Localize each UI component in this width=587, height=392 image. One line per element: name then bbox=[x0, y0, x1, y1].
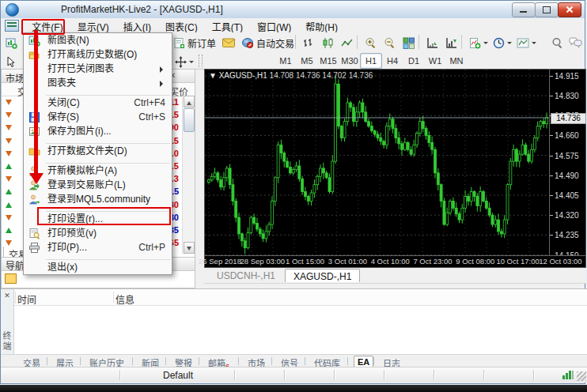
chat-button[interactable] bbox=[566, 34, 585, 51]
bar-chart-mode-button[interactable] bbox=[300, 34, 319, 51]
price-down-icon bbox=[6, 138, 12, 144]
menu-separator bbox=[46, 158, 170, 164]
file-menu-item-profiles[interactable]: 图表夹 bbox=[24, 76, 172, 90]
zoom-out-button[interactable] bbox=[381, 34, 400, 51]
file-menu-item-open-deleted[interactable]: 打开已关闭图表 bbox=[24, 62, 172, 76]
resize-grip[interactable] bbox=[577, 371, 586, 381]
timeframe-h1[interactable]: H1 bbox=[360, 53, 382, 69]
time-tick-label: 9 Oct 08:00 bbox=[456, 257, 494, 266]
timeframe-m30[interactable]: M30 bbox=[339, 53, 361, 69]
timeframe-m1[interactable]: M1 bbox=[275, 53, 297, 69]
title-bar[interactable]: ProfitMarketHK-Live2 - [XAGUSD-,H1] bbox=[1, 1, 585, 19]
status-profile[interactable]: Default bbox=[163, 370, 193, 381]
periods-button[interactable] bbox=[490, 34, 515, 51]
menu-item-label: 图表夹 bbox=[47, 77, 76, 89]
file-menu-item-open-account[interactable]: 开新模拟帐户(A) bbox=[24, 164, 172, 178]
new-order-button[interactable]: 新订单 bbox=[170, 34, 219, 51]
chevron-down-icon[interactable] bbox=[507, 42, 512, 47]
envelope-icon bbox=[222, 38, 236, 48]
indicators-button[interactable] bbox=[466, 34, 491, 51]
chevron-down-icon[interactable] bbox=[483, 42, 488, 47]
timeframe-mn[interactable]: MN bbox=[445, 53, 468, 69]
terminal-table-header: 时间信息 bbox=[14, 291, 587, 306]
new-chart-button[interactable] bbox=[2, 34, 21, 51]
arrange1-icon bbox=[426, 37, 439, 49]
auto-trading-button[interactable]: 自动交易 bbox=[238, 34, 297, 51]
chart-tab-usdcnhh1[interactable]: USDCNH-,H1 bbox=[209, 269, 283, 282]
chart-tab-xagusdh1[interactable]: XAGUSD-,H1 bbox=[285, 269, 360, 282]
scroll-up-button[interactable] bbox=[184, 96, 195, 107]
tab-separator bbox=[165, 357, 166, 365]
column-divider[interactable] bbox=[113, 292, 114, 303]
close-button[interactable] bbox=[558, 2, 581, 17]
indicators-icon bbox=[469, 37, 481, 49]
line-icon bbox=[341, 37, 354, 49]
tab-separator bbox=[347, 357, 348, 365]
file-menu-item-open-offline[interactable]: 打开离线历史数据(O) bbox=[24, 47, 172, 62]
terminal-column-time[interactable]: 时间 bbox=[17, 292, 36, 306]
timeframe-h4[interactable]: H4 bbox=[381, 53, 403, 69]
toolbar-drag-handle[interactable] bbox=[199, 55, 203, 67]
line-chart-mode-button[interactable] bbox=[338, 34, 357, 51]
chart-window-icon[interactable] bbox=[5, 20, 19, 32]
column-divider[interactable] bbox=[15, 292, 16, 303]
price-axis[interactable]: 14.91514.83014.74514.66014.57514.49014.4… bbox=[549, 70, 585, 256]
zoom-in-button[interactable] bbox=[362, 34, 381, 51]
file-menu-item-login-trade-account[interactable]: 登录到交易账户(L) bbox=[24, 178, 172, 192]
minimize-button[interactable] bbox=[512, 2, 536, 17]
file-menu-item-new-chart[interactable]: 新图表(N) bbox=[24, 33, 172, 47]
price-tick-mark bbox=[550, 135, 553, 136]
clock-icon bbox=[493, 37, 505, 49]
toolbar-separator bbox=[461, 35, 462, 49]
tab-separator bbox=[305, 357, 305, 365]
time-tick-label: 7 Oct 23:00 bbox=[413, 257, 452, 266]
chart-window[interactable]: ▼ XAGUSD-,H1 14.708 14.736 14.702 14.736… bbox=[204, 69, 586, 268]
menu-item-shortcut: Ctrl+S bbox=[138, 110, 165, 124]
file-menu-item-save[interactable]: 保存(S)Ctrl+S bbox=[24, 110, 172, 124]
timeframe-m15[interactable]: M15 bbox=[317, 53, 339, 69]
menu-item-label: 打印(P)... bbox=[47, 242, 87, 253]
file-menu-item-close[interactable]: 关闭(C)Ctrl+F4 bbox=[24, 96, 172, 110]
mail-button[interactable] bbox=[219, 34, 239, 51]
candlestick-mode-button[interactable] bbox=[319, 34, 338, 51]
file-menu-item-login-mql5[interactable]: 登录到MQL5.community bbox=[24, 192, 172, 206]
file-menu-item-print[interactable]: 打印(P)...Ctrl+P bbox=[24, 240, 172, 254]
chart-plot[interactable] bbox=[205, 70, 551, 258]
terminal-column-message[interactable]: 信息 bbox=[116, 292, 134, 306]
search-button[interactable] bbox=[548, 34, 566, 51]
chevron-down-icon[interactable] bbox=[189, 61, 194, 66]
scroll-down-button[interactable] bbox=[184, 242, 195, 254]
price-tick-label: 14.575 bbox=[555, 152, 579, 160]
chevron-down-icon[interactable] bbox=[532, 42, 536, 47]
auto-scroll-button[interactable] bbox=[423, 34, 442, 51]
tile-windows-button[interactable] bbox=[400, 34, 418, 51]
restore-button[interactable] bbox=[535, 2, 559, 17]
toolbar-separator bbox=[295, 35, 296, 49]
chart-legend: ▼ XAGUSD-,H1 14.708 14.736 14.702 14.736 bbox=[209, 71, 373, 80]
auto-trading-button-label: 自动交易 bbox=[256, 36, 294, 50]
timeframe-m5[interactable]: M5 bbox=[296, 53, 318, 69]
menu-separator bbox=[46, 254, 170, 260]
timeframe-w1[interactable]: W1 bbox=[424, 53, 446, 69]
price-tick-label: 14.830 bbox=[555, 92, 579, 100]
new-chart-icon bbox=[6, 37, 17, 49]
status-separator bbox=[119, 370, 121, 380]
chart-shift-button[interactable] bbox=[442, 34, 461, 51]
templates-button[interactable] bbox=[513, 34, 540, 51]
market-watch-scrollbar[interactable] bbox=[182, 96, 195, 254]
crosshair-tool-button[interactable] bbox=[172, 53, 197, 70]
time-axis[interactable]: 26 Sep 201828 Sep 03:001 Oct 15:003 Oct … bbox=[205, 255, 585, 267]
file-menu-item-exit[interactable]: 退出(x) bbox=[24, 260, 172, 274]
scrollbar-thumb[interactable] bbox=[184, 108, 195, 132]
price-tick-mark bbox=[550, 215, 553, 216]
navigator-tree-node-icon[interactable] bbox=[5, 273, 17, 284]
file-menu-item-save-as-picture[interactable]: 保存为图片(i)... bbox=[24, 124, 172, 138]
tab-separator bbox=[238, 357, 239, 365]
status-separator bbox=[384, 370, 385, 380]
cursor-tool-button[interactable] bbox=[2, 53, 20, 70]
file-menu-item-print-preview[interactable]: 打印预览(v) bbox=[24, 226, 172, 240]
terminal-close-icon[interactable]: ✕ bbox=[3, 292, 11, 300]
timeframe-d1[interactable]: D1 bbox=[403, 53, 425, 69]
menu-item-label: 退出(x) bbox=[47, 262, 78, 273]
file-menu-item-open-data-folder[interactable]: 打开数据文件夹(D) bbox=[24, 144, 172, 158]
